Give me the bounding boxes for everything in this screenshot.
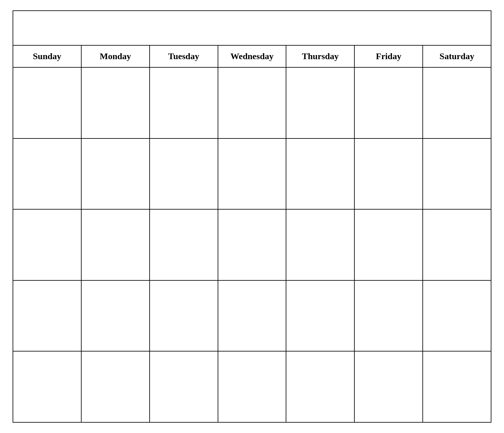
cell-row2-thu[interactable]	[286, 139, 355, 209]
calendar-row-1	[13, 68, 491, 139]
cell-row2-sun[interactable]	[13, 139, 82, 209]
cell-row4-thu[interactable]	[286, 281, 355, 351]
cell-row1-fri[interactable]	[355, 68, 423, 138]
cell-row4-wed[interactable]	[218, 281, 287, 351]
header-wednesday: Wednesday	[218, 46, 287, 67]
calendar-header: Sunday Monday Tuesday Wednesday Thursday…	[13, 46, 491, 68]
calendar-title-area	[13, 11, 491, 46]
cell-row2-tue[interactable]	[150, 139, 218, 209]
calendar: Sunday Monday Tuesday Wednesday Thursday…	[13, 10, 491, 423]
cell-row4-tue[interactable]	[150, 281, 218, 351]
cell-row1-wed[interactable]	[218, 68, 287, 138]
header-sunday: Sunday	[13, 46, 82, 67]
header-saturday: Saturday	[423, 46, 491, 67]
calendar-row-4	[13, 281, 491, 352]
cell-row5-sat[interactable]	[423, 351, 491, 422]
header-friday: Friday	[355, 46, 423, 67]
calendar-body	[13, 68, 491, 422]
cell-row3-thu[interactable]	[286, 210, 355, 280]
cell-row1-sun[interactable]	[13, 68, 82, 138]
cell-row5-sun[interactable]	[13, 351, 82, 422]
cell-row5-wed[interactable]	[218, 351, 287, 422]
calendar-row-3	[13, 210, 491, 281]
cell-row5-thu[interactable]	[286, 351, 355, 422]
cell-row3-fri[interactable]	[355, 210, 423, 280]
cell-row5-mon[interactable]	[82, 351, 150, 422]
cell-row1-sat[interactable]	[423, 68, 491, 138]
cell-row1-mon[interactable]	[82, 68, 150, 138]
header-monday: Monday	[82, 46, 150, 67]
cell-row5-tue[interactable]	[150, 351, 218, 422]
cell-row3-sat[interactable]	[423, 210, 491, 280]
cell-row3-mon[interactable]	[82, 210, 150, 280]
cell-row4-sun[interactable]	[13, 281, 82, 351]
cell-row2-sat[interactable]	[423, 139, 491, 209]
cell-row3-sun[interactable]	[13, 210, 82, 280]
cell-row4-fri[interactable]	[355, 281, 423, 351]
calendar-row-5	[13, 351, 491, 422]
cell-row3-tue[interactable]	[150, 210, 218, 280]
calendar-row-2	[13, 139, 491, 210]
cell-row3-wed[interactable]	[218, 210, 287, 280]
cell-row2-wed[interactable]	[218, 139, 287, 209]
cell-row1-thu[interactable]	[286, 68, 355, 138]
cell-row1-tue[interactable]	[150, 68, 218, 138]
cell-row5-fri[interactable]	[355, 351, 423, 422]
header-thursday: Thursday	[286, 46, 355, 67]
cell-row4-mon[interactable]	[82, 281, 150, 351]
cell-row2-fri[interactable]	[355, 139, 423, 209]
cell-row2-mon[interactable]	[82, 139, 150, 209]
cell-row4-sat[interactable]	[423, 281, 491, 351]
header-tuesday: Tuesday	[150, 46, 218, 67]
